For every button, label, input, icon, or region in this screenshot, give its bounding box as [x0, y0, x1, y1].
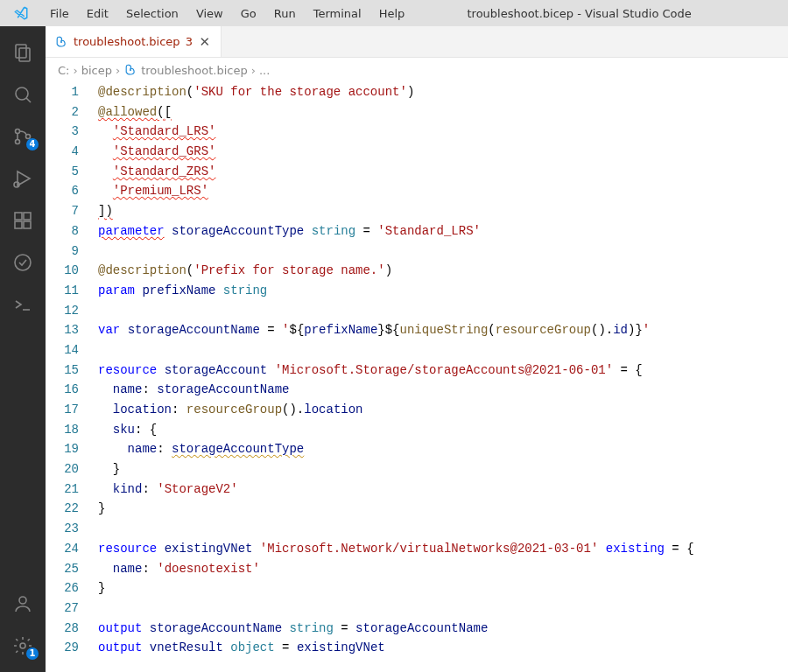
line-number: 8	[46, 221, 95, 242]
code-line[interactable]: 3 'Standard_LRS'	[46, 122, 788, 142]
code-content[interactable]: resource existingVNet 'Microsoft.Network…	[95, 539, 788, 559]
code-content[interactable]: 'Standard_ZRS'	[95, 162, 788, 182]
test-explorer-icon[interactable]	[0, 243, 46, 282]
code-line[interactable]: 24resource existingVNet 'Microsoft.Netwo…	[46, 539, 788, 559]
menu-edit[interactable]: Edit	[79, 4, 116, 24]
code-line[interactable]: 11param prefixName string	[46, 281, 788, 301]
code-content[interactable]: 'Standard_GRS'	[95, 142, 788, 162]
code-line[interactable]: 26}	[46, 578, 788, 598]
code-content[interactable]: name: 'doesnotexist'	[95, 559, 788, 579]
settings-gear-icon[interactable]: 1	[0, 626, 46, 665]
code-content[interactable]: output storageAccountName string = stora…	[95, 619, 788, 639]
code-content[interactable]: ])	[95, 201, 788, 221]
code-content[interactable]: name: storageAccountName	[95, 380, 788, 400]
line-number: 10	[46, 261, 95, 281]
scm-badge: 4	[26, 138, 39, 150]
line-number: 20	[46, 459, 95, 480]
code-content[interactable]: @description('SKU for the storage accoun…	[95, 82, 788, 102]
source-control-icon[interactable]: 4	[0, 117, 46, 156]
remote-icon[interactable]	[0, 285, 46, 324]
code-content[interactable]: @allowed([	[95, 102, 788, 122]
window-title: troubleshoot.bicep - Visual Studio Code	[412, 7, 788, 20]
code-line[interactable]: 5 'Standard_ZRS'	[46, 162, 788, 182]
svg-rect-1	[19, 48, 30, 61]
run-debug-icon[interactable]	[0, 159, 46, 198]
code-content[interactable]: resource storageAccount 'Microsoft.Stora…	[95, 360, 788, 381]
breadcrumb-part[interactable]: bicep	[81, 64, 112, 77]
code-content[interactable]: location: resourceGroup().location	[95, 400, 788, 420]
code-content[interactable]: name: storageAccountType	[95, 439, 788, 459]
line-number: 6	[46, 181, 95, 201]
svg-point-16	[20, 643, 25, 648]
tab-filename: troubleshoot.bicep	[74, 35, 180, 48]
code-line[interactable]: 28output storageAccountName string = sto…	[46, 619, 788, 639]
code-line[interactable]: 22}	[46, 499, 788, 519]
tab-troubleshoot[interactable]: troubleshoot.bicep 3 ✕	[46, 26, 222, 57]
breadcrumb-part[interactable]: troubleshoot.bicep	[141, 64, 248, 77]
code-content[interactable]: }	[95, 499, 788, 519]
code-line[interactable]: 2@allowed([	[46, 102, 788, 122]
svg-rect-12	[24, 213, 31, 220]
code-line[interactable]: 29output vnetResult object = existingVNe…	[46, 638, 788, 658]
code-line[interactable]: 27	[46, 598, 788, 619]
menu-terminal[interactable]: Terminal	[306, 4, 369, 24]
code-line[interactable]: 19 name: storageAccountType	[46, 439, 788, 459]
menu-help[interactable]: Help	[371, 4, 413, 24]
line-number: 2	[46, 102, 95, 122]
code-line[interactable]: 23	[46, 519, 788, 539]
code-content[interactable]: parameter storageAccountType string = 'S…	[95, 221, 788, 242]
svg-point-5	[16, 140, 20, 144]
code-content[interactable]: param prefixName string	[95, 281, 788, 301]
code-line[interactable]: 9	[46, 242, 788, 262]
code-content[interactable]: 'Premium_LRS'	[95, 181, 788, 201]
code-line[interactable]: 13var storageAccountName = '${prefixName…	[46, 320, 788, 340]
breadcrumb-overflow[interactable]: ...	[259, 64, 270, 77]
code-editor[interactable]: 1@description('SKU for the storage accou…	[46, 82, 788, 672]
svg-point-13	[15, 255, 31, 270]
menu-go[interactable]: Go	[233, 4, 264, 24]
code-content[interactable]: }	[95, 578, 788, 598]
code-content[interactable]: }	[95, 459, 788, 480]
tab-close-icon[interactable]: ✕	[198, 35, 212, 49]
code-line[interactable]: 8parameter storageAccountType string = '…	[46, 221, 788, 242]
svg-point-15	[19, 597, 26, 604]
line-number: 13	[46, 320, 95, 340]
breadcrumbs[interactable]: C: › bicep › troubleshoot.bicep › ...	[46, 58, 788, 82]
code-line[interactable]: 7])	[46, 201, 788, 221]
explorer-icon[interactable]	[0, 33, 46, 72]
code-content[interactable]: output vnetResult object = existingVNet	[95, 638, 788, 658]
line-number: 26	[46, 578, 95, 598]
line-number: 11	[46, 281, 95, 301]
code-line[interactable]: 12	[46, 301, 788, 321]
code-line[interactable]: 4 'Standard_GRS'	[46, 142, 788, 162]
menu-file[interactable]: File	[42, 4, 77, 24]
line-number: 3	[46, 122, 95, 142]
search-icon[interactable]	[0, 75, 46, 114]
code-content[interactable]: @description('Prefix for storage name.')	[95, 261, 788, 281]
code-line[interactable]: 21 kind: 'StorageV2'	[46, 480, 788, 500]
menu-selection[interactable]: Selection	[118, 4, 186, 24]
code-content[interactable]: kind: 'StorageV2'	[95, 480, 788, 500]
menu-run[interactable]: Run	[266, 4, 304, 24]
line-number: 15	[46, 360, 95, 381]
code-line[interactable]: 17 location: resourceGroup().location	[46, 400, 788, 420]
code-line[interactable]: 10@description('Prefix for storage name.…	[46, 261, 788, 281]
code-line[interactable]: 1@description('SKU for the storage accou…	[46, 82, 788, 102]
accounts-icon[interactable]	[0, 584, 46, 623]
code-line[interactable]: 6 'Premium_LRS'	[46, 181, 788, 201]
code-line[interactable]: 15resource storageAccount 'Microsoft.Sto…	[46, 360, 788, 381]
code-content[interactable]: sku: {	[95, 420, 788, 440]
code-line[interactable]: 18 sku: {	[46, 420, 788, 440]
code-line[interactable]: 14	[46, 340, 788, 360]
breadcrumb-part[interactable]: C:	[58, 64, 69, 77]
code-content[interactable]: var storageAccountName = '${prefixName}$…	[95, 320, 788, 340]
code-content[interactable]: 'Standard_LRS'	[95, 122, 788, 142]
line-number: 24	[46, 539, 95, 559]
extensions-icon[interactable]	[0, 201, 46, 240]
svg-point-17	[60, 40, 62, 42]
code-line[interactable]: 25 name: 'doesnotexist'	[46, 559, 788, 579]
code-line[interactable]: 20 }	[46, 459, 788, 480]
menu-view[interactable]: View	[188, 4, 231, 24]
code-line[interactable]: 16 name: storageAccountName	[46, 380, 788, 400]
chevron-right-icon: ›	[73, 64, 77, 77]
